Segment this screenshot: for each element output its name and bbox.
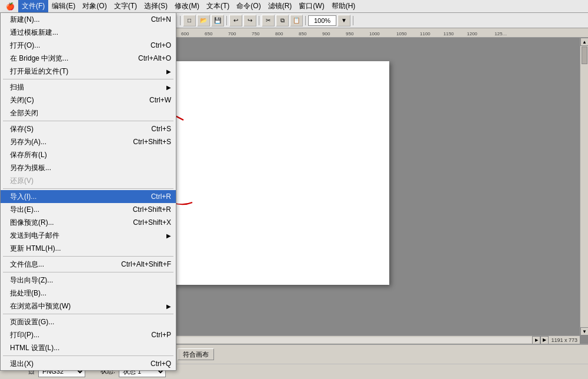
- toolbar-sep-2: [226, 16, 227, 25]
- toolbar-zoom-dropdown[interactable]: ▼: [338, 15, 350, 26]
- menu-item-saveas[interactable]: 另存为(A)... Ctrl+Shift+S: [1, 135, 176, 148]
- toolbar-sep-4: [305, 16, 306, 25]
- menu-item-savepanel[interactable]: 另存为摸板...: [1, 161, 176, 174]
- scroll-v-up-btn[interactable]: ▲: [580, 38, 588, 46]
- menu-textmenu[interactable]: 文本(T): [203, 0, 233, 12]
- menu-object[interactable]: 对象(O): [79, 0, 110, 12]
- menu-item-quit[interactable]: 退出(X) Ctrl+Q: [1, 357, 176, 370]
- svg-text:1000: 1000: [369, 31, 380, 36]
- zoom-input[interactable]: [308, 15, 336, 26]
- svg-text:900: 900: [322, 31, 330, 36]
- menu-item-update-html[interactable]: 更新 HTML(H)...: [1, 242, 176, 255]
- svg-text:1150: 1150: [443, 31, 454, 36]
- svg-text:800: 800: [275, 31, 283, 36]
- svg-text:1050: 1050: [396, 31, 407, 36]
- menu-item-fileinfo[interactable]: 文件信息... Ctrl+Alt+Shift+F: [1, 258, 176, 271]
- menu-sep-4: [3, 256, 173, 257]
- dimensions-display: 1191 x 773: [549, 337, 580, 343]
- menu-item-print[interactable]: 打印(P)... Ctrl+P: [1, 328, 176, 341]
- toolbar-sep-3: [259, 16, 259, 25]
- svg-text:650: 650: [205, 31, 213, 36]
- scroll-h-right-btn[interactable]: ▶: [540, 336, 549, 344]
- menu-sep-7: [3, 355, 173, 356]
- menu-apple[interactable]: 🍎: [2, 1, 18, 12]
- toolbar-sep-5: [353, 16, 353, 25]
- toolbar-undo-btn[interactable]: ↩: [229, 15, 242, 26]
- toolbar-paste-btn[interactable]: 📋: [290, 15, 303, 26]
- menu-item-export[interactable]: 导出(E)... Ctrl+Shift+R: [1, 203, 176, 216]
- scrollbar-vertical[interactable]: ▲ ▼: [580, 38, 588, 335]
- svg-text:700: 700: [228, 31, 236, 36]
- svg-text:1100: 1100: [420, 31, 430, 36]
- scroll-v-track[interactable]: [582, 46, 587, 64]
- menu-sep-5: [3, 272, 173, 272]
- menu-command[interactable]: 命令(O): [233, 0, 264, 12]
- menu-select[interactable]: 选择(S): [141, 0, 171, 12]
- svg-text:850: 850: [299, 31, 307, 36]
- menu-window[interactable]: 窗口(W): [295, 0, 328, 12]
- menu-item-saveall[interactable]: 保存所有(L): [1, 148, 176, 161]
- toolbar-redo-btn[interactable]: ↪: [243, 15, 256, 26]
- svg-text:600: 600: [181, 31, 189, 36]
- menu-sep-2: [3, 121, 173, 121]
- menu-item-export-wizard[interactable]: 导出向导(Z)...: [1, 274, 176, 287]
- svg-text:950: 950: [346, 31, 354, 36]
- menu-sep-6: [3, 314, 173, 314]
- menu-sep-1: [3, 79, 173, 79]
- menu-bar: 🍎 文件(F) 编辑(E) 对象(O) 文字(T) 选择(S) 修改(M) 文本…: [0, 0, 588, 13]
- menu-text[interactable]: 文字(T): [111, 0, 141, 12]
- menu-help[interactable]: 帮助(H): [328, 0, 359, 12]
- toolbar-save-btn[interactable]: 💾: [211, 15, 224, 26]
- menu-item-open[interactable]: 打开(O)... Ctrl+O: [1, 39, 176, 52]
- menu-item-revert[interactable]: 还原(V): [1, 174, 176, 187]
- scroll-v-down-btn[interactable]: ▼: [580, 327, 588, 335]
- menu-item-closeall[interactable]: 全部关闭: [1, 107, 176, 119]
- menu-item-batch[interactable]: 批处理(B)...: [1, 287, 176, 300]
- menu-filter[interactable]: 滤镜(R): [265, 0, 296, 12]
- toolbar-cut-btn[interactable]: ✂: [262, 15, 275, 26]
- menu-edit[interactable]: 编辑(E): [48, 0, 79, 12]
- file-dropdown-menu: 新建(N)... Ctrl+N 通过模板新建... 打开(O)... Ctrl+…: [0, 13, 176, 371]
- svg-text:1200: 1200: [467, 31, 477, 36]
- menu-item-scan[interactable]: 扫描 ▶: [1, 81, 176, 94]
- toolbar-copy-btn[interactable]: ⧉: [276, 15, 289, 26]
- toolbar: □ 📂 💾 ↩ ↪ ✂ ⧉ 📋 ▼ 页面 1: [176, 13, 588, 28]
- menu-item-preview[interactable]: 图像预览(R)... Ctrl+Shift+X: [1, 216, 176, 229]
- svg-text:125…: 125…: [495, 31, 507, 36]
- menu-item-new-template[interactable]: 通过模板新建...: [1, 26, 176, 39]
- menu-item-close[interactable]: 关闭(C) Ctrl+W: [1, 94, 176, 107]
- menu-item-email[interactable]: 发送到电子邮件 ▶: [1, 229, 176, 242]
- toolbar-sep-1: [180, 16, 181, 25]
- scroll-v-thumb[interactable]: [582, 46, 587, 64]
- menu-item-recent[interactable]: 打开最近的文件(T) ▶: [1, 65, 176, 78]
- menu-item-bridge[interactable]: 在 Bridge 中浏览... Ctrl+Alt+O: [1, 52, 176, 65]
- menu-item-html-settings[interactable]: HTML 设置(L)...: [1, 341, 176, 354]
- menu-item-browser-preview[interactable]: 在浏览器中预览(W) ▶: [1, 300, 176, 312]
- scroll-h-right2-btn[interactable]: ▶: [532, 336, 540, 344]
- menu-item-new[interactable]: 新建(N)... Ctrl+N: [1, 13, 176, 26]
- menu-item-import[interactable]: 导入(I)... Ctrl+R: [1, 190, 176, 203]
- fit-canvas-btn[interactable]: 符合画布: [178, 348, 214, 360]
- menu-item-page-setup[interactable]: 页面设置(G)...: [1, 315, 176, 328]
- svg-text:750: 750: [252, 31, 260, 36]
- menu-item-save[interactable]: 保存(S) Ctrl+S: [1, 122, 176, 135]
- menu-file[interactable]: 文件(F): [18, 0, 48, 12]
- toolbar-new-btn[interactable]: □: [183, 15, 196, 26]
- menu-modify[interactable]: 修改(M): [171, 0, 203, 12]
- menu-sep-3: [3, 188, 173, 189]
- toolbar-open-btn[interactable]: 📂: [197, 15, 210, 26]
